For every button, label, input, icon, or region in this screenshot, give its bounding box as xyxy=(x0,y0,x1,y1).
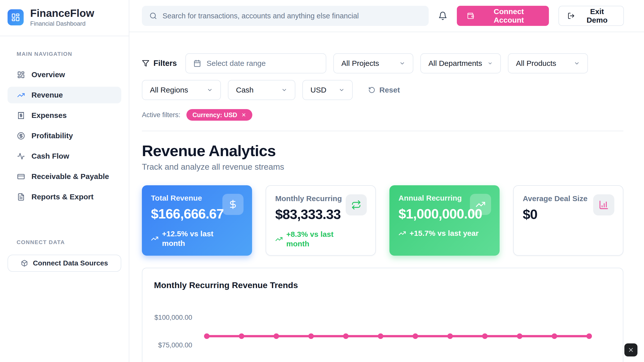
chevron-down-icon xyxy=(399,60,405,66)
line-chart-point[interactable] xyxy=(413,333,418,339)
sidebar-item-overview[interactable]: Overview xyxy=(8,66,121,83)
app-logo-icon xyxy=(8,9,24,25)
kpi-card-monthly-recurring: Monthly Recurring $83,333.33 +8.3% vs la… xyxy=(266,185,376,256)
logout-icon xyxy=(568,12,575,20)
products-select[interactable]: All Products xyxy=(508,53,588,73)
projects-select[interactable]: All Projects xyxy=(333,53,413,73)
trending-up-icon xyxy=(398,230,406,237)
credit-card-icon xyxy=(17,173,25,180)
sidebar-item-receivable-payable[interactable]: Receivable & Payable xyxy=(8,168,121,185)
reset-filters-button[interactable]: Reset xyxy=(368,86,400,94)
bar-chart-icon xyxy=(593,194,614,215)
sidebar-item-label: Reports & Export xyxy=(31,193,94,201)
sidebar-item-label: Revenue xyxy=(31,91,63,99)
connect-data-sources-button[interactable]: Connect Data Sources xyxy=(8,255,121,272)
chevron-down-icon xyxy=(339,87,345,93)
filters-title: Filters xyxy=(142,59,177,68)
receipt-icon xyxy=(17,112,25,119)
global-search[interactable] xyxy=(142,6,429,26)
filters-row-1: Filters Select date range All Projects A… xyxy=(142,53,623,73)
connect-account-button[interactable]: Connect Account xyxy=(457,6,549,26)
app-title: FinanceFlow xyxy=(30,8,94,19)
regions-select[interactable]: All Regions xyxy=(142,80,221,100)
line-chart-point[interactable] xyxy=(552,333,557,339)
sidebar-item-expenses[interactable]: Expenses xyxy=(8,107,121,124)
section-divider xyxy=(142,131,623,131)
main-navigation: Overview Revenue Expenses Profitability … xyxy=(0,66,129,209)
line-chart-point[interactable] xyxy=(204,333,210,339)
active-filter-chip-currency[interactable]: Currency: USD xyxy=(186,109,252,121)
line-chart-point[interactable] xyxy=(378,333,383,339)
mrr-chart-area: $100,000.00$75,000.00 xyxy=(154,300,611,362)
active-filters-label: Active filters: xyxy=(142,111,180,119)
filters-row-2: All Regions Cash USD Reset xyxy=(142,80,623,100)
sidebar-item-profitability[interactable]: Profitability xyxy=(8,127,121,144)
line-chart-point[interactable] xyxy=(343,333,349,339)
line-chart-point[interactable] xyxy=(586,333,592,339)
filters-label: Filters xyxy=(153,59,177,68)
page-content: Filters Select date range All Projects A… xyxy=(129,32,644,362)
reset-icon xyxy=(368,86,375,94)
kpi-card-total-revenue: Total Revenue $166,666.67 +12.5% vs last… xyxy=(142,185,252,256)
y-axis-tick-label: $100,000.00 xyxy=(154,314,192,322)
sidebar-item-label: Overview xyxy=(31,70,65,79)
connect-account-label: Connect Account xyxy=(479,7,539,24)
kpi-delta: +8.3% vs last month xyxy=(275,230,366,248)
currency-select[interactable]: USD xyxy=(302,80,353,100)
trending-up-icon xyxy=(275,235,283,243)
chart-title: Monthly Recurring Revenue Trends xyxy=(154,280,611,290)
exit-demo-button[interactable]: Exit Demo xyxy=(558,6,624,26)
close-icon xyxy=(628,347,634,353)
connect-data-section-label: CONNECT DATA xyxy=(17,239,129,246)
line-chart-point[interactable] xyxy=(239,333,244,339)
search-input[interactable] xyxy=(163,12,421,20)
line-chart-point[interactable] xyxy=(482,333,488,339)
dollar-icon xyxy=(222,194,244,215)
sidebar-item-label: Cash Flow xyxy=(31,152,69,160)
kpi-card-annual-recurring: Annual Recurring $1,000,000.00 +15.7% vs… xyxy=(389,185,500,256)
exit-demo-label: Exit Demo xyxy=(579,7,615,24)
payment-type-select-value: Cash xyxy=(236,86,254,94)
wallet-icon xyxy=(467,12,474,20)
products-select-value: All Products xyxy=(516,59,556,68)
filter-icon xyxy=(142,60,149,67)
page-title: Revenue Analytics xyxy=(142,142,623,160)
sidebar-item-label: Expenses xyxy=(31,111,67,120)
kpi-delta-text: +8.3% vs last month xyxy=(286,230,349,248)
chevron-down-icon xyxy=(207,87,213,93)
sidebar-item-label: Receivable & Payable xyxy=(31,172,109,181)
chevron-down-icon xyxy=(574,60,580,66)
brand: FinanceFlow Financial Dashboard xyxy=(0,0,129,36)
departments-select[interactable]: All Departments xyxy=(420,53,501,73)
close-icon[interactable] xyxy=(241,112,246,117)
mrr-trends-card: Monthly Recurring Revenue Trends $100,00… xyxy=(142,268,623,362)
trending-up-icon xyxy=(470,194,491,215)
kpi-delta-text: +12.5% vs last month xyxy=(162,229,225,248)
sidebar-item-revenue[interactable]: Revenue xyxy=(8,87,121,103)
main-area: Connect Account Exit Demo Filters Select… xyxy=(129,0,644,362)
departments-select-value: All Departments xyxy=(428,59,482,68)
chevron-down-icon xyxy=(281,87,287,93)
close-widget-button[interactable] xyxy=(624,343,637,356)
reset-label: Reset xyxy=(379,86,400,94)
search-icon xyxy=(149,12,157,20)
mrr-line-chart xyxy=(154,300,605,362)
notifications-button[interactable] xyxy=(438,11,447,20)
activity-icon xyxy=(17,152,25,160)
sidebar-item-cash-flow[interactable]: Cash Flow xyxy=(8,148,121,164)
kpi-delta: +12.5% vs last month xyxy=(151,229,243,248)
calendar-icon xyxy=(193,60,201,67)
y-axis-tick-label: $75,000.00 xyxy=(154,341,192,349)
payment-type-select[interactable]: Cash xyxy=(228,80,295,100)
line-chart-point[interactable] xyxy=(273,333,279,339)
line-chart-point[interactable] xyxy=(447,333,453,339)
date-range-input[interactable]: Select date range xyxy=(185,53,326,73)
line-chart-point[interactable] xyxy=(517,333,522,339)
line-chart-point[interactable] xyxy=(308,333,314,339)
file-text-icon xyxy=(17,193,25,201)
topbar: Connect Account Exit Demo xyxy=(129,0,644,32)
nav-section-label: MAIN NAVIGATION xyxy=(17,51,129,57)
trending-up-icon xyxy=(17,91,25,99)
active-filters-row: Active filters: Currency: USD xyxy=(142,109,623,121)
sidebar-item-reports-export[interactable]: Reports & Export xyxy=(8,189,121,205)
